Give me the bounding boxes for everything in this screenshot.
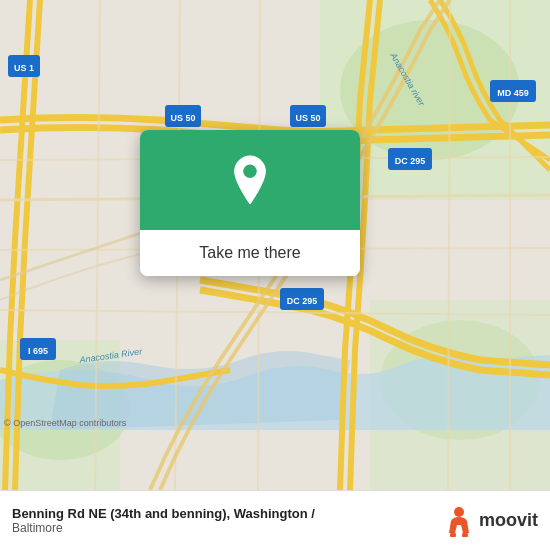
address-text: Benning Rd NE (34th and benning), Washin… [12, 506, 315, 521]
take-me-there-button[interactable]: Take me there [140, 230, 360, 276]
svg-text:US 50: US 50 [170, 113, 195, 123]
svg-point-24 [454, 507, 464, 517]
svg-point-23 [243, 165, 256, 178]
svg-text:US 1: US 1 [14, 63, 34, 73]
moovit-text: moovit [479, 510, 538, 531]
location-pin-icon [228, 154, 272, 206]
svg-text:I 695: I 695 [28, 346, 48, 356]
popup-green-header [140, 130, 360, 230]
location-popup: Take me there [140, 130, 360, 276]
moovit-logo: moovit [443, 505, 538, 537]
map-container: US 1 US 50 US 50 MD 459 DC 295 DC 295 I … [0, 0, 550, 490]
svg-text:US 50: US 50 [295, 113, 320, 123]
svg-text:MD 459: MD 459 [497, 88, 529, 98]
moovit-icon [443, 505, 475, 537]
bottom-bar: Benning Rd NE (34th and benning), Washin… [0, 490, 550, 550]
city-text: Baltimore [12, 521, 315, 535]
svg-text:DC 295: DC 295 [395, 156, 426, 166]
location-info: Benning Rd NE (34th and benning), Washin… [12, 506, 315, 535]
svg-text:DC 295: DC 295 [287, 296, 318, 306]
osm-attribution: © OpenStreetMap contributors [4, 418, 126, 428]
